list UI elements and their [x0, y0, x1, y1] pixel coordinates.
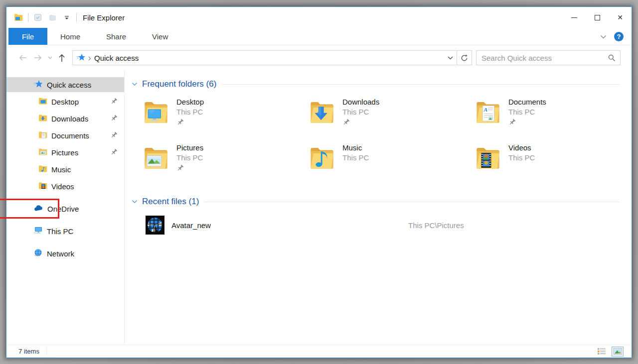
- address-bar[interactable]: Quick access: [72, 50, 472, 65]
- recent-file-row[interactable]: Avatar_new This PC\Pictures: [132, 214, 632, 237]
- folder-tile-music[interactable]: Music This PC: [308, 142, 474, 183]
- section-title[interactable]: Recent files (1): [142, 197, 199, 207]
- frequent-folders-header: Frequent folders (6): [132, 79, 620, 89]
- folder-name: Desktop: [176, 98, 204, 106]
- item-count: 7 items: [18, 348, 39, 355]
- sidebar-item-quick-access[interactable]: Quick access: [6, 77, 124, 92]
- folder-name: Videos: [508, 143, 535, 152]
- sidebar-item-label: Desktop: [51, 98, 79, 106]
- section-rule: [222, 84, 620, 85]
- folder-location: This PC: [508, 108, 546, 116]
- properties-check-icon[interactable]: [33, 12, 43, 22]
- recent-files-section: Recent files (1) Avatar_new This PC\Pict…: [132, 197, 632, 237]
- folder-tile-videos[interactable]: Videos This PC: [474, 142, 632, 183]
- address-dropdown-chevron-icon[interactable]: [444, 51, 457, 65]
- folder-tile-downloads[interactable]: Downloads This PC: [308, 96, 474, 137]
- details-view-icon[interactable]: [596, 347, 608, 357]
- expand-ribbon-chevron-icon[interactable]: [600, 32, 607, 41]
- pin-icon: [110, 148, 118, 157]
- sidebar-item-network[interactable]: Network: [6, 246, 124, 261]
- collapse-chevron-icon[interactable]: [132, 82, 138, 86]
- tab-home[interactable]: Home: [47, 28, 93, 45]
- tab-share[interactable]: Share: [93, 28, 139, 45]
- breadcrumb[interactable]: Quick access: [73, 53, 444, 63]
- folder-name: Downloads: [342, 98, 379, 106]
- folder-location: This PC: [342, 153, 369, 162]
- ribbon-tab-strip: File Home Share View ?: [6, 28, 632, 45]
- sidebar-item-videos[interactable]: Videos: [6, 179, 124, 194]
- tab-view[interactable]: View: [139, 28, 181, 45]
- section-title[interactable]: Frequent folders (6): [142, 79, 216, 89]
- desktop-folder-icon: [142, 98, 170, 126]
- sidebar-item-label: Documents: [51, 131, 89, 140]
- pictures-folder-icon: [38, 148, 47, 157]
- sidebar-item-onedrive[interactable]: OneDrive: [6, 201, 124, 216]
- folder-tile-desktop[interactable]: Desktop This PC: [142, 96, 308, 137]
- network-icon: [33, 248, 43, 258]
- sidebar-group-gap: [6, 196, 124, 201]
- sidebar-item-label: Quick access: [47, 81, 91, 89]
- pin-icon: [110, 131, 118, 140]
- pin-icon: [176, 119, 204, 128]
- close-button[interactable]: ✕: [609, 7, 632, 28]
- minimize-button[interactable]: [563, 7, 586, 28]
- svg-text:A: A: [483, 107, 487, 113]
- view-toggles: [596, 347, 624, 357]
- maximize-button[interactable]: [586, 7, 609, 28]
- status-separator: [46, 348, 47, 356]
- videos-folder-icon: [474, 143, 502, 172]
- avatar-new-thumbnail: [146, 216, 164, 235]
- folder-name: Pictures: [176, 143, 203, 152]
- toolbar-dropdown-icon[interactable]: [62, 12, 72, 22]
- collapse-chevron-icon[interactable]: [132, 200, 138, 204]
- pin-icon: [342, 119, 379, 128]
- pin-icon: [110, 115, 118, 123]
- folder-location: This PC: [176, 108, 204, 116]
- sidebar-item-desktop[interactable]: Desktop: [6, 94, 124, 109]
- sidebar-item-music[interactable]: Music: [6, 162, 124, 177]
- folder-tile-documents[interactable]: A Documents This PC: [474, 96, 632, 137]
- documents-folder-icon: A: [474, 98, 502, 126]
- folder-tile-pictures[interactable]: Pictures This PC: [142, 142, 308, 183]
- help-icon[interactable]: ?: [614, 32, 624, 41]
- pin-icon: [508, 119, 546, 128]
- back-arrow-icon[interactable]: [15, 50, 30, 65]
- close-icon: ✕: [617, 14, 623, 21]
- recent-locations-chevron-icon[interactable]: [45, 50, 54, 65]
- folder-name: Documents: [508, 98, 546, 106]
- downloads-folder-icon: [38, 114, 47, 123]
- file-explorer-window: File Explorer ✕ File Home Share View ?: [6, 6, 632, 358]
- search-box: [476, 50, 621, 65]
- search-icon[interactable]: [608, 54, 620, 62]
- sidebar-item-this-pc[interactable]: This PC: [6, 224, 124, 239]
- title-bar: File Explorer ✕: [6, 7, 632, 28]
- sidebar-item-label: This PC: [47, 227, 73, 236]
- folder-location: This PC: [508, 153, 535, 162]
- sidebar-item-label: Videos: [51, 182, 74, 191]
- up-arrow-icon[interactable]: [54, 50, 69, 65]
- file-location: This PC\Pictures: [408, 221, 464, 230]
- refresh-icon[interactable]: [457, 51, 472, 65]
- sidebar-item-pictures[interactable]: Pictures: [6, 145, 124, 160]
- desktop-folder-icon: [38, 97, 47, 107]
- pictures-folder-icon: [142, 143, 170, 172]
- onedrive-cloud-icon: [33, 205, 43, 213]
- forward-arrow-icon[interactable]: [30, 50, 45, 65]
- folder-location: This PC: [176, 153, 203, 162]
- tab-file[interactable]: File: [8, 28, 47, 45]
- sidebar-item-label: Network: [47, 249, 74, 258]
- quick-access-star-icon: [77, 53, 85, 63]
- search-input[interactable]: [477, 54, 608, 62]
- window-title: File Explorer: [83, 13, 125, 22]
- address-bar-row: Quick access: [6, 45, 632, 70]
- new-folder-icon[interactable]: [47, 12, 57, 22]
- this-pc-icon: [33, 226, 43, 236]
- file-name: Avatar_new: [171, 221, 371, 230]
- sidebar-item-documents[interactable]: Documents: [6, 128, 124, 143]
- breadcrumb-location[interactable]: Quick access: [94, 54, 139, 62]
- sidebar-item-label: Downloads: [51, 115, 88, 123]
- thumbnails-view-icon[interactable]: [612, 347, 624, 357]
- sidebar-item-downloads[interactable]: Downloads: [6, 111, 124, 126]
- toolbar-separator: [28, 13, 28, 22]
- music-folder-icon: [38, 165, 47, 174]
